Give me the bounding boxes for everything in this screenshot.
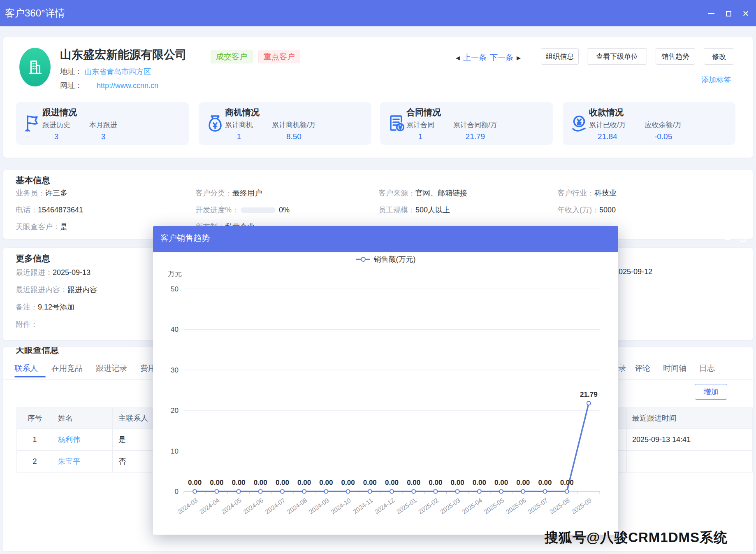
svg-text:2024-10: 2024-10 xyxy=(329,497,352,516)
next-record-link[interactable]: 下一条 xyxy=(490,52,513,63)
more-info-title: 更多信息 xyxy=(16,253,50,264)
prev-record-link[interactable]: 上一条 xyxy=(463,52,487,63)
svg-text:2025-06: 2025-06 xyxy=(505,497,527,516)
stat-title: 跟进情况 xyxy=(42,107,77,118)
contact-name-link[interactable]: 杨利伟 xyxy=(58,435,80,445)
svg-text:0.00: 0.00 xyxy=(429,479,442,486)
svg-text:2025-03: 2025-03 xyxy=(439,497,461,516)
info-field-staff-size: 员工规模：500人以上 xyxy=(378,205,450,215)
info-field-tyc: 天眼查客户：是 xyxy=(16,222,67,232)
svg-text:0.00: 0.00 xyxy=(254,479,267,486)
contact-name-link[interactable]: 朱宝平 xyxy=(58,456,80,466)
svg-text:0.00: 0.00 xyxy=(297,479,311,486)
stat-title: 收款情况 xyxy=(589,107,624,118)
stat-value: -0.05 xyxy=(654,132,672,141)
svg-text:2024-11: 2024-11 xyxy=(352,497,374,515)
modal-maximize-icon[interactable] xyxy=(738,235,748,244)
stat-label: 应收余额/万 xyxy=(645,120,682,130)
stat-value: 21.84 xyxy=(598,132,617,141)
org-info-button[interactable]: 组织信息 xyxy=(541,48,579,65)
record-nav: ◀ 上一条 下一条 ▶ xyxy=(456,52,521,63)
stat-value: 1 xyxy=(418,132,423,141)
svg-text:21.79: 21.79 xyxy=(580,391,598,398)
stat-value: 1 xyxy=(237,132,241,141)
window-minimize-icon[interactable] xyxy=(706,9,717,18)
stat-title: 商机情况 xyxy=(225,107,260,118)
view-sub-units-button[interactable]: 查看下级单位 xyxy=(587,48,647,65)
svg-text:50: 50 xyxy=(171,285,179,293)
svg-text:2025-09: 2025-09 xyxy=(570,497,593,516)
add-tag-link[interactable]: 添加标签 xyxy=(701,75,731,85)
address-link[interactable]: 山东省青岛市四方区 xyxy=(84,68,151,76)
tab-comments[interactable]: 评论 xyxy=(635,363,650,374)
active-tab-indicator xyxy=(14,376,46,377)
info-field-phone: 电话：15464873641 xyxy=(16,205,83,215)
stat-value: 3 xyxy=(101,132,106,141)
svg-text:2025-01: 2025-01 xyxy=(395,497,418,516)
svg-text:0.00: 0.00 xyxy=(188,479,202,486)
tab-follow-records[interactable]: 跟进记录 xyxy=(96,363,127,374)
svg-text:0.00: 0.00 xyxy=(363,479,377,486)
deal-customer-badge: 成交客户 xyxy=(211,50,253,63)
basic-info-title: 基本信息 xyxy=(16,175,50,186)
window-close-icon[interactable]: ✕ xyxy=(740,9,751,18)
prev-arrow-icon[interactable]: ◀ xyxy=(456,55,460,61)
svg-text:0.00: 0.00 xyxy=(560,479,574,486)
tab-contacts[interactable]: 联系人 xyxy=(14,363,38,374)
svg-text:万元: 万元 xyxy=(168,270,182,278)
svg-text:2025-02: 2025-02 xyxy=(417,497,440,516)
modal-titlebar: 客户销售趋势 ✕ xyxy=(153,226,618,252)
info-field-source: 客户来源：官网、邮箱链接 xyxy=(378,188,467,198)
window-titlebar: 客户360°详情 ✕ xyxy=(0,0,756,26)
payment-stat-card: 收款情况 累计已收/万21.84 应收余额/万-0.05 xyxy=(563,102,735,145)
company-name: 山东盛宏新能源有限公司 xyxy=(60,47,187,63)
window-maximize-icon[interactable] xyxy=(723,9,734,18)
col-header-last-follow: 最近跟进时间 xyxy=(627,408,752,428)
payment-icon xyxy=(569,114,589,133)
svg-text:2024-07: 2024-07 xyxy=(264,497,286,516)
more-field-last-follow: 最近跟进：2025-09-13 xyxy=(16,268,90,277)
progress-bar xyxy=(241,207,276,213)
add-contact-button[interactable]: 增加 xyxy=(695,384,727,400)
followup-stat-card: 跟进情况 跟进历史3 本月跟进3 xyxy=(16,102,189,145)
modal-close-icon[interactable]: ✕ xyxy=(754,235,756,244)
svg-text:2024-03: 2024-03 xyxy=(176,497,199,516)
col-header-no: 序号 xyxy=(17,408,53,428)
website-link[interactable]: http://www.ccnn.cn xyxy=(97,81,158,90)
stat-value: 8.50 xyxy=(286,132,301,141)
svg-text:2024-04: 2024-04 xyxy=(198,497,221,516)
svg-text:2024-06: 2024-06 xyxy=(242,497,264,516)
edit-button[interactable]: 修改 xyxy=(704,48,734,65)
svg-text:2024-05: 2024-05 xyxy=(220,497,243,516)
info-field-category: 客户分类：最终用户 xyxy=(195,188,262,198)
money-bag-icon xyxy=(205,114,225,133)
sales-trend-button[interactable]: 销售趋势 xyxy=(656,48,695,65)
svg-text:40: 40 xyxy=(171,326,179,333)
sales-trend-chart: 万元504030201002024-032024-042024-052024-0… xyxy=(153,252,618,535)
stat-value: 3 xyxy=(54,132,59,141)
tab-logs[interactable]: 日志 xyxy=(699,363,715,374)
svg-text:2025-07: 2025-07 xyxy=(526,497,549,516)
tab-timeline[interactable]: 时间轴 xyxy=(663,363,686,374)
svg-text:0.00: 0.00 xyxy=(341,479,355,486)
next-arrow-icon[interactable]: ▶ xyxy=(517,55,521,61)
stat-value: 21.79 xyxy=(466,132,485,141)
svg-text:0.00: 0.00 xyxy=(473,479,486,486)
website-label: 网址： xyxy=(60,81,82,90)
address-label: 地址： xyxy=(60,68,82,76)
stat-title: 合同情况 xyxy=(406,107,441,118)
svg-text:0.00: 0.00 xyxy=(385,479,399,486)
svg-text:0.00: 0.00 xyxy=(451,479,464,486)
stat-label: 累计合同 xyxy=(406,120,434,130)
svg-text:2024-09: 2024-09 xyxy=(308,497,330,516)
contract-icon xyxy=(387,114,406,133)
stat-label: 跟进历史 xyxy=(42,120,70,130)
modal-minimize-icon[interactable] xyxy=(723,235,733,244)
tab-partial-record[interactable]: 录 xyxy=(618,363,626,374)
svg-text:2025-05: 2025-05 xyxy=(482,497,505,516)
stat-label: 累计合同额/万 xyxy=(453,120,497,130)
tab-competitors[interactable]: 在用竞品 xyxy=(51,363,83,374)
svg-text:2024-08: 2024-08 xyxy=(286,497,308,516)
sales-trend-modal: 客户销售趋势 ✕ 销售额(万元) 万元504030201002024-03202… xyxy=(153,226,618,535)
cell-no: 2 xyxy=(17,451,53,472)
